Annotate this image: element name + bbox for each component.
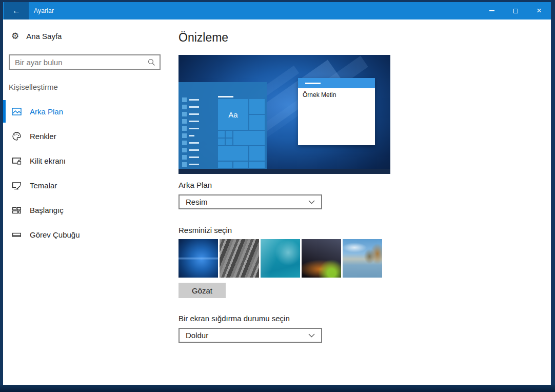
wallpaper-thumbnail-hero[interactable] xyxy=(179,239,218,278)
wallpaper-thumbnail-underwater[interactable] xyxy=(261,239,300,278)
browse-label: Gözat xyxy=(192,286,212,295)
search-input[interactable] xyxy=(10,55,148,69)
back-button[interactable]: ← xyxy=(4,2,29,19)
selected-indicator xyxy=(3,100,6,123)
preview-tiles-header xyxy=(218,96,233,97)
back-icon: ← xyxy=(12,6,21,15)
chevron-down-icon xyxy=(308,200,315,204)
app-title: Ayarlar xyxy=(34,2,54,19)
sidebar-item-label: Görev Çubuğu xyxy=(30,230,80,239)
wallpaper-thumbnail-rock[interactable] xyxy=(220,239,259,278)
background-type-dropdown[interactable]: Resim xyxy=(179,194,322,209)
sidebar-item-start[interactable]: Başlangıç xyxy=(3,199,172,221)
preview-taskbar xyxy=(179,169,390,174)
taskbar-icon xyxy=(11,229,22,240)
page-title: Önizleme xyxy=(179,31,228,45)
sidebar-item-label: Arka Plan xyxy=(30,107,63,116)
minimize-button[interactable] xyxy=(480,2,504,19)
fit-mode-label: Bir ekran sığdırma durumu seçin xyxy=(179,314,290,323)
background-label: Arka Plan xyxy=(179,181,212,189)
background-type-value: Resim xyxy=(186,198,208,206)
themes-icon xyxy=(11,180,22,190)
sidebar-item-lock-screen[interactable]: Kilit ekranı xyxy=(3,149,172,172)
preview-font-tile: Aa xyxy=(218,99,248,130)
tile-label: Aa xyxy=(228,110,237,119)
close-icon: × xyxy=(537,6,542,16)
fit-mode-dropdown[interactable]: Doldur xyxy=(179,328,322,343)
sidebar-item-home[interactable]: ⚙ Ana Sayfa xyxy=(11,32,62,41)
preview-start-menu: Aa xyxy=(179,82,267,169)
chevron-down-icon xyxy=(308,334,315,338)
picture-icon xyxy=(11,106,22,116)
maximize-icon xyxy=(513,9,518,13)
search-box[interactable] xyxy=(9,54,161,70)
sidebar-item-themes[interactable]: Temalar xyxy=(3,174,172,197)
fit-mode-value: Doldur xyxy=(186,331,208,340)
close-button[interactable]: × xyxy=(527,2,551,19)
maximize-button[interactable] xyxy=(504,2,527,19)
minimize-icon xyxy=(489,10,494,11)
lock-screen-icon xyxy=(11,155,22,166)
wallpaper-thumbnail-beach[interactable] xyxy=(343,239,382,278)
start-tiles-icon xyxy=(11,205,22,215)
choose-picture-label: Resminizi seçin xyxy=(179,226,232,234)
desktop-preview: Aa Örnek Metin xyxy=(179,55,390,174)
search-icon[interactable] xyxy=(148,58,155,66)
window-border-right xyxy=(551,2,555,392)
sidebar-item-taskbar[interactable]: Görev Çubuğu xyxy=(3,223,172,246)
sidebar-item-background[interactable]: Arka Plan xyxy=(3,100,172,123)
window-border-left xyxy=(0,2,3,392)
palette-icon xyxy=(11,131,22,141)
gear-icon: ⚙ xyxy=(11,32,19,41)
titlebar: ← Ayarlar × xyxy=(0,2,555,19)
sidebar-item-colors[interactable]: Renkler xyxy=(3,125,172,147)
preview-sample-titlebar xyxy=(298,78,375,88)
window-border-bottom xyxy=(0,385,555,392)
sidebar-item-label: Renkler xyxy=(30,132,56,141)
browse-button[interactable]: Gözat xyxy=(179,283,226,298)
preview-sample-text: Örnek Metin xyxy=(303,91,336,99)
sidebar-item-label: Temalar xyxy=(30,181,57,190)
sidebar-item-label: Başlangıç xyxy=(30,206,64,214)
wallpaper-thumbnail-night[interactable] xyxy=(302,239,341,278)
section-label-personalization: Kişiselleştirme xyxy=(9,83,58,91)
home-label: Ana Sayfa xyxy=(26,32,62,41)
preview-sample-window: Örnek Metin xyxy=(298,78,375,145)
sidebar-item-label: Kilit ekranı xyxy=(30,156,66,165)
